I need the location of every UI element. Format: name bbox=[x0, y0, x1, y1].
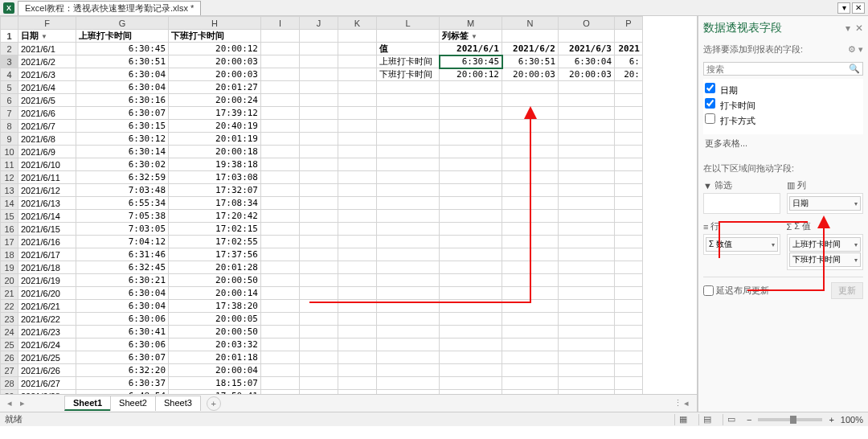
cell[interactable]: 6:30:45 bbox=[76, 43, 169, 55]
cell[interactable] bbox=[440, 184, 502, 197]
cell[interactable] bbox=[300, 158, 338, 171]
row-header[interactable]: 14 bbox=[1, 197, 18, 210]
cell[interactable] bbox=[300, 81, 338, 94]
cell[interactable] bbox=[300, 236, 338, 248]
cell[interactable] bbox=[502, 248, 559, 261]
cell[interactable] bbox=[559, 300, 615, 313]
cell[interactable] bbox=[440, 313, 502, 326]
cell[interactable] bbox=[300, 223, 338, 236]
cell[interactable]: 6:30:04 bbox=[76, 68, 169, 81]
cell[interactable]: 2021/6/3 bbox=[18, 68, 76, 81]
cell[interactable] bbox=[338, 43, 377, 55]
cell[interactable] bbox=[615, 313, 643, 326]
col-header-F[interactable]: F bbox=[18, 17, 76, 30]
cell[interactable] bbox=[300, 364, 338, 377]
cell[interactable] bbox=[377, 274, 440, 287]
cell[interactable]: 2021/6/20 bbox=[18, 287, 76, 300]
cell[interactable] bbox=[261, 146, 300, 158]
cell[interactable] bbox=[615, 146, 643, 158]
cell[interactable]: 19:38:18 bbox=[169, 158, 261, 171]
cell[interactable] bbox=[559, 81, 615, 94]
cell[interactable] bbox=[377, 377, 440, 390]
cell[interactable] bbox=[440, 274, 502, 287]
row-header[interactable]: 20 bbox=[1, 274, 18, 287]
cell[interactable]: 6:30:37 bbox=[76, 377, 169, 390]
cell[interactable] bbox=[338, 55, 377, 68]
cell[interactable]: 20:40:19 bbox=[169, 120, 261, 133]
col-header-K[interactable]: K bbox=[338, 17, 377, 30]
cell[interactable]: 2021/6/11 bbox=[18, 171, 76, 184]
minimize-pane-icon[interactable]: ▾ bbox=[837, 2, 850, 14]
cell[interactable]: 20:00:03 bbox=[169, 68, 261, 81]
pane-menu-icon[interactable]: ▾ bbox=[845, 23, 850, 34]
cell[interactable] bbox=[559, 248, 615, 261]
cell[interactable] bbox=[377, 146, 440, 158]
cell[interactable] bbox=[300, 210, 338, 223]
cell[interactable] bbox=[300, 30, 338, 43]
zoom-in-icon[interactable]: + bbox=[829, 415, 833, 425]
cell[interactable] bbox=[377, 210, 440, 223]
cell[interactable]: 2021/6/18 bbox=[18, 261, 76, 274]
cell[interactable] bbox=[377, 223, 440, 236]
cell[interactable] bbox=[261, 210, 300, 223]
cell[interactable] bbox=[502, 81, 559, 94]
cell[interactable] bbox=[440, 210, 502, 223]
row-header[interactable]: 15 bbox=[1, 210, 18, 223]
cell[interactable] bbox=[338, 30, 377, 43]
field-list[interactable]: 日期 打卡时间 打卡方式 bbox=[703, 79, 863, 134]
cell[interactable] bbox=[338, 158, 377, 171]
cell[interactable] bbox=[377, 287, 440, 300]
cell[interactable] bbox=[338, 197, 377, 210]
cell[interactable]: 2021/6/2 bbox=[18, 55, 76, 68]
cell[interactable] bbox=[300, 68, 338, 81]
cell[interactable] bbox=[440, 351, 502, 364]
pane-close-icon[interactable]: ✕ bbox=[855, 23, 863, 34]
cell[interactable]: 6:30:16 bbox=[76, 94, 169, 107]
cell[interactable]: 20:00:03 bbox=[502, 68, 559, 81]
cell[interactable] bbox=[261, 94, 300, 107]
more-tables-link[interactable]: 更多表格... bbox=[703, 134, 863, 158]
cell[interactable] bbox=[261, 68, 300, 81]
cell[interactable] bbox=[338, 223, 377, 236]
cell[interactable]: 下班打卡时间 bbox=[377, 68, 440, 81]
cell[interactable]: 6:30:51 bbox=[502, 55, 559, 68]
cell[interactable] bbox=[338, 248, 377, 261]
cell[interactable] bbox=[377, 81, 440, 94]
cell[interactable] bbox=[261, 300, 300, 313]
cell[interactable] bbox=[615, 300, 643, 313]
cell[interactable]: 2021/6/25 bbox=[18, 351, 76, 364]
cell[interactable] bbox=[559, 210, 615, 223]
cell[interactable] bbox=[300, 261, 338, 274]
cell[interactable]: 2021/6/5 bbox=[18, 94, 76, 107]
cell[interactable]: 20:00:05 bbox=[169, 313, 261, 326]
cell[interactable] bbox=[300, 55, 338, 68]
cell[interactable]: 2021/6/23 bbox=[18, 326, 76, 338]
cell[interactable] bbox=[300, 248, 338, 261]
cell[interactable] bbox=[377, 248, 440, 261]
cell[interactable] bbox=[502, 146, 559, 158]
cell[interactable] bbox=[559, 351, 615, 364]
row-header[interactable]: 16 bbox=[1, 223, 18, 236]
cell[interactable] bbox=[261, 81, 300, 94]
row-header[interactable]: 6 bbox=[1, 94, 18, 107]
field-item[interactable]: 日期 bbox=[703, 82, 863, 97]
row-header[interactable]: 7 bbox=[1, 107, 18, 120]
cell[interactable] bbox=[300, 171, 338, 184]
cell[interactable]: 7:03:48 bbox=[76, 184, 169, 197]
cell[interactable]: 20:01:19 bbox=[169, 133, 261, 146]
cell[interactable]: 20:00:04 bbox=[169, 364, 261, 377]
cell[interactable] bbox=[502, 326, 559, 338]
cell[interactable]: 7:05:38 bbox=[76, 210, 169, 223]
cell[interactable] bbox=[502, 236, 559, 248]
cell[interactable] bbox=[338, 68, 377, 81]
cell[interactable]: 6:30:51 bbox=[76, 55, 169, 68]
row-header[interactable]: 28 bbox=[1, 377, 18, 390]
cell[interactable] bbox=[261, 223, 300, 236]
sheet-tab-Sheet2[interactable]: Sheet2 bbox=[110, 396, 156, 411]
cell[interactable] bbox=[502, 300, 559, 313]
cell[interactable]: 20:00:12 bbox=[440, 68, 502, 81]
cell[interactable]: 20:01:18 bbox=[169, 351, 261, 364]
cell[interactable] bbox=[261, 107, 300, 120]
row-header[interactable]: 13 bbox=[1, 184, 18, 197]
cell[interactable] bbox=[440, 377, 502, 390]
